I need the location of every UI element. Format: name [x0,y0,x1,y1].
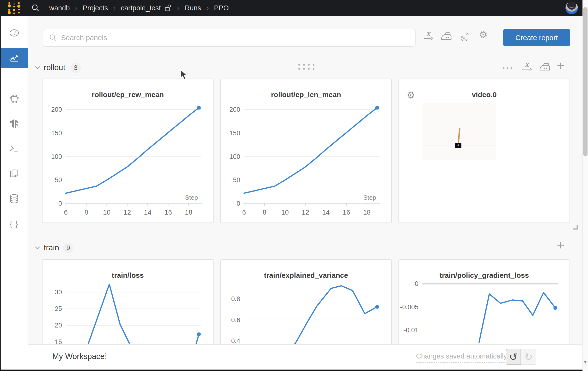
breadcrumb-wandb[interactable]: wandb [49,4,70,12]
series-endpoint-marker [375,106,379,110]
chart-title: rollout/ep_len_mean [221,91,391,99]
breadcrumb-run-name[interactable]: PPO [214,4,229,12]
x-axis-title: Step [185,194,198,201]
rollout-x-axis-icon[interactable]: x [522,61,532,71]
tensorflow-icon [9,118,20,129]
y-tick-label: -0.01 [404,327,419,334]
sidebar-item-code[interactable]: { } [0,214,28,234]
panel-ep-len-mean[interactable]: 050100150200681012141618Step rollout/ep_… [220,79,392,223]
rollout-collapse-chevron-icon[interactable] [34,65,41,71]
y-tick-label: -0.005 [400,304,419,311]
panel-train-policy-gradient-loss[interactable]: 0-0.005-0.01 train/policy_gradient_loss [399,259,570,344]
chart-title: train/explained_variance [221,271,391,279]
series-endpoint-marker [197,106,201,110]
sidebar-item-info[interactable]: i [0,23,28,43]
y-tick-label: 200 [229,106,240,113]
series-endpoint-marker [375,305,379,309]
series-endpoint-marker [553,306,557,310]
sidebar-item-logs[interactable] [0,139,28,159]
chart-canvas: 050100150200681012141618Step [221,79,392,223]
panel-train-explained-variance[interactable]: 0.40.60.8 train/explained_variance [220,259,392,344]
global-search-icon[interactable] [31,4,40,13]
window-bottom-edge [0,370,588,371]
sidebar-item-files[interactable] [0,164,28,184]
series-line [294,286,377,344]
search-panels-input[interactable] [61,34,373,42]
y-tick-label: 0.4 [231,337,240,344]
rollout-section-title[interactable]: rollout [44,63,65,72]
create-report-button[interactable]: Create report [503,29,570,46]
sidebar-item-system[interactable] [0,89,28,109]
section-resize-handle[interactable] [572,224,578,231]
x-tick-label: 12 [124,209,131,216]
train-panel-count-badge: 9 [63,243,74,253]
rollout-add-panel-icon[interactable]: + [557,61,565,71]
braces-icon: { } [10,219,18,228]
rollout-overflow-menu-icon[interactable]: ••• [503,64,514,72]
x-tick-label: 14 [322,209,330,216]
series-line [479,293,556,342]
rollout-panel-count-badge: 3 [70,63,81,73]
redo-button[interactable]: ↻ [521,349,536,365]
y-tick-label: 150 [229,129,240,137]
panel-train-loss[interactable]: 15202530 train/loss [42,259,213,344]
rollout-smoothing-iron-icon[interactable] [538,62,551,73]
panel-video-0[interactable]: ⚙ video.0 [399,79,570,223]
x-axis-title: Step [363,194,376,201]
workspace-label[interactable]: My Workspace [52,352,105,361]
settings-gear-icon[interactable]: ⚙ [479,30,488,39]
y-tick-label: 100 [229,153,240,160]
x-tick-label: 10 [281,209,289,216]
chip-icon [9,93,20,104]
x-tick-label: 14 [144,209,151,216]
y-tick-label: 0 [415,280,419,287]
line-chart-icon [9,53,20,64]
y-tick-label: 0 [237,200,240,207]
y-tick-label: 15 [55,338,62,344]
train-collapse-chevron-icon[interactable] [34,245,41,251]
chart-title: train/loss [42,271,213,279]
outliers-icon[interactable] [459,31,471,42]
series-line [84,284,199,344]
undo-button[interactable]: ↺ [506,349,521,365]
autosave-status: Changes saved automatically [416,352,507,363]
x-tick-label: 18 [185,209,192,216]
train-add-panel-icon[interactable]: + [557,240,565,250]
database-icon [9,193,20,204]
breadcrumb-separator: › [177,4,179,12]
x-tick-label: 16 [343,209,350,216]
files-icon [9,168,20,179]
page-scrollbar[interactable] [582,0,588,371]
cartpole-video-frame[interactable] [422,103,496,160]
y-tick-label: 25 [55,305,62,312]
sidebar-item-charts[interactable] [0,48,28,68]
smoothing-iron-icon[interactable] [440,31,452,42]
scrollbar-thumb[interactable] [583,7,588,156]
y-tick-label: 50 [233,176,240,184]
y-tick-label: 30 [55,289,62,296]
breadcrumb-separator: › [206,4,209,12]
series-line [66,108,199,193]
y-tick-label: 200 [51,106,62,113]
wandb-logo[interactable] [7,1,22,15]
x-tick-label: 6 [242,209,246,216]
user-avatar[interactable] [566,2,578,14]
topbar: wandb › Projects › cartpole_test › Runs … [0,0,588,16]
series-endpoint-marker [197,332,201,336]
workspace-menu-kebab-icon[interactable]: ⋮ [102,351,110,360]
breadcrumb-project-name[interactable]: cartpole_test [121,4,161,12]
sidebar-item-model[interactable] [0,114,28,134]
y-tick-label: 20 [55,322,62,329]
y-tick-label: 0 [58,200,62,207]
sidebar-item-artifacts[interactable] [0,189,28,209]
panel-ep-rew-mean[interactable]: 050100150200681012141618Step rollout/ep_… [42,79,213,223]
cartpole-pole [458,127,461,144]
train-section-title[interactable]: train [44,243,59,252]
x-axis-settings-icon[interactable]: x [423,30,433,40]
drag-handle-icon[interactable] [298,64,315,70]
breadcrumb-projects[interactable]: Projects [83,4,108,12]
breadcrumb-runs[interactable]: Runs [185,4,201,12]
scrollbar-down-arrow-icon[interactable]: ▾ [582,359,588,365]
breadcrumb: wandb › Projects › cartpole_test › Runs … [49,0,229,16]
x-tick-label: 8 [262,209,266,216]
